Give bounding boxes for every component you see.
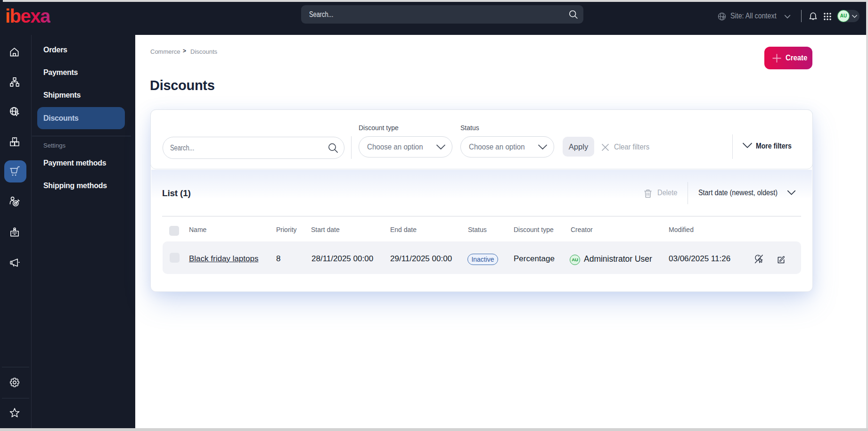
svg-text:ibexa: ibexa: [5, 6, 50, 25]
